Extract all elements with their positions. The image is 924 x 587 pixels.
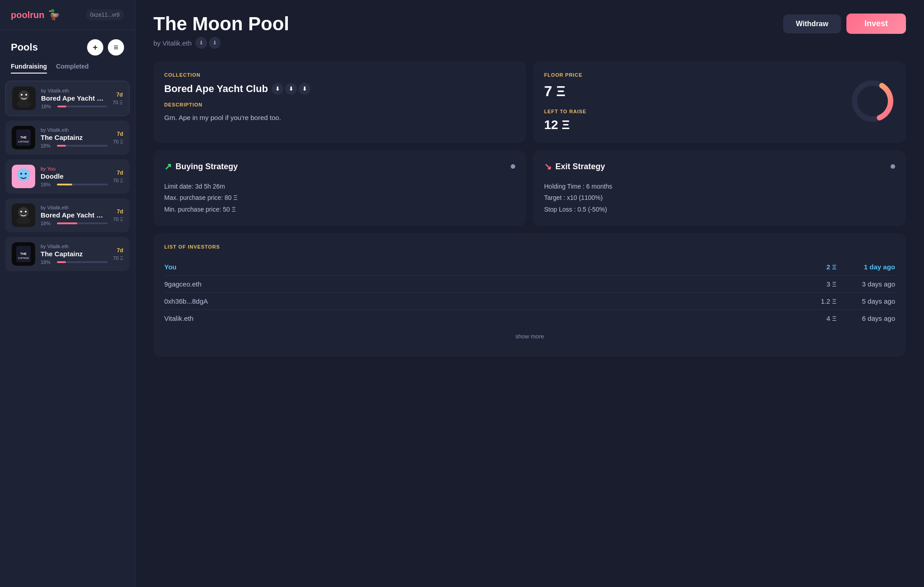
pool-percent: 18% xyxy=(41,259,53,265)
collection-icon-2: ⬇ xyxy=(285,83,297,95)
sidebar: poolrun 🦆 0xze11...vr9 Pools + ≡ Fundrai… xyxy=(0,0,135,587)
svg-point-17 xyxy=(25,211,27,213)
pool-icon-1: ⬇ xyxy=(195,37,207,49)
exit-holding-time: Holding Time : 6 months xyxy=(544,181,895,192)
pool-name: Bored Ape Yacht Club xyxy=(41,211,108,219)
pool-percent: 18% xyxy=(41,143,53,148)
pool-avatar xyxy=(12,165,35,188)
progress-bar xyxy=(57,261,108,263)
pool-name: The Captainz xyxy=(41,134,108,141)
collection-card: COLLECTION Bored Ape Yacht Club ⬇ ⬇ ⬇ DE… xyxy=(153,61,526,143)
buying-strategy-title: ↗ Buying Strategy xyxy=(164,161,515,172)
pool-by-name: by Vitalik.eth xyxy=(41,88,69,93)
svg-point-3 xyxy=(21,94,23,96)
investor-name: Vitalik.eth xyxy=(164,314,782,322)
floor-price-label: FLOOR PRICE xyxy=(544,72,895,78)
pool-days: 7d xyxy=(117,131,123,137)
exit-strategy-title: ↘ Exit Strategy xyxy=(544,161,895,172)
pool-by: by Vitalik.eth xyxy=(41,88,107,93)
pool-by: by Vitalik.eth xyxy=(41,127,108,133)
collection-label: COLLECTION xyxy=(164,72,515,78)
exit-arrow-icon: ↘ xyxy=(544,161,552,172)
investor-amount: 2 Ξ xyxy=(782,263,836,271)
pool-info: by Vitalik.eth The Captainz 18% xyxy=(41,244,108,265)
exit-stop-loss: Stop Loss : 0.5 (-50%) xyxy=(544,204,895,215)
exit-strategy-card: ↘ Exit Strategy Holding Time : 6 months … xyxy=(533,150,906,226)
pool-progress-row: 18% xyxy=(41,182,108,187)
pool-name: Doodle xyxy=(41,172,108,180)
investors-card: LIST OF INVESTORS You 2 Ξ 1 day ago 9gag… xyxy=(153,233,906,357)
withdraw-button[interactable]: Withdraw xyxy=(783,14,841,33)
progress-fill xyxy=(57,145,66,147)
investor-row: Vitalik.eth 4 Ξ 6 days ago xyxy=(164,310,895,327)
pool-meta: 7d 70 Ξ xyxy=(113,170,123,183)
investor-amount: 1.2 Ξ xyxy=(782,297,836,305)
svg-point-2 xyxy=(17,100,31,107)
progress-fill xyxy=(57,261,66,263)
pool-days: 7d xyxy=(116,92,123,98)
investors-list: You 2 Ξ 1 day ago 9gagceo.eth 3 Ξ 3 days… xyxy=(164,259,895,327)
investor-amount: 3 Ξ xyxy=(782,280,836,288)
pool-meta: 7d 70 Ξ xyxy=(113,92,123,105)
pool-avatar: THECAPTAINZ xyxy=(12,242,35,266)
svg-point-10 xyxy=(17,168,30,181)
pool-item[interactable]: by Vitalik.eth Bored Ape Yacht Club 18% … xyxy=(5,198,129,232)
progress-fill xyxy=(57,184,72,185)
pool-by-name: by Vitalik.eth xyxy=(41,205,69,210)
investor-time: 3 days ago xyxy=(836,280,895,288)
pool-percent: 18% xyxy=(41,104,54,109)
svg-text:CAPTAINZ: CAPTAINZ xyxy=(18,257,29,259)
tab-fundraising[interactable]: Fundraising xyxy=(11,63,47,74)
pool-item[interactable]: by You Doodle 18% 7d 70 Ξ xyxy=(5,159,129,194)
svg-point-1 xyxy=(18,90,29,101)
pool-item[interactable]: THECAPTAINZ by Vitalik.eth The Captainz … xyxy=(5,237,129,271)
wallet-address: 0xze11...vr9 xyxy=(86,9,124,20)
pool-info: by Vitalik.eth Bored Ape Yacht Club 18% xyxy=(41,205,108,226)
buying-min-price: Min. purchase price: 50 Ξ xyxy=(164,204,515,215)
pool-item[interactable]: by Vitalik.eth Bored Ape Yacht Club 18% … xyxy=(5,81,129,116)
pool-title-section: The Moon Pool by Vitalik.eth ⬇ ⬇ xyxy=(153,14,289,49)
collection-icon-3: ⬇ xyxy=(299,83,310,95)
pool-list: by Vitalik.eth Bored Ape Yacht Club 18% … xyxy=(0,81,135,587)
tab-completed[interactable]: Completed xyxy=(56,63,88,74)
pool-amount: 70 Ξ xyxy=(113,255,123,261)
add-pool-button[interactable]: + xyxy=(87,39,103,55)
pool-avatar xyxy=(12,87,36,110)
main-header: The Moon Pool by Vitalik.eth ⬇ ⬇ Withdra… xyxy=(153,14,906,49)
pool-days: 7d xyxy=(117,247,123,254)
show-more-button[interactable]: show more xyxy=(164,327,895,346)
investor-name: You xyxy=(164,263,782,271)
pool-progress-row: 18% xyxy=(41,104,107,109)
svg-text:CAPTAINZ: CAPTAINZ xyxy=(18,140,29,143)
floor-price-value: 7 Ξ xyxy=(544,83,587,100)
main-content: The Moon Pool by Vitalik.eth ⬇ ⬇ Withdra… xyxy=(135,0,924,587)
progress-fill xyxy=(57,222,77,224)
pool-by-you: by You xyxy=(41,166,55,171)
pool-by-text: by Vitalik.eth xyxy=(153,39,192,47)
pool-main-title: The Moon Pool xyxy=(153,14,289,34)
pool-progress-row: 18% xyxy=(41,259,108,265)
pool-amount: 70 Ξ xyxy=(113,217,123,222)
svg-text:THE: THE xyxy=(20,136,27,139)
pool-by: by You xyxy=(41,166,108,171)
pool-info: by Vitalik.eth Bored Ape Yacht Club 18% xyxy=(41,88,107,109)
pool-item[interactable]: THECAPTAINZ by Vitalik.eth The Captainz … xyxy=(5,120,129,155)
donut-chart xyxy=(850,79,895,124)
buying-strategy-card: ↗ Buying Strategy Limit date: 3d 5h 26m … xyxy=(153,150,526,226)
investors-label: LIST OF INVESTORS xyxy=(164,244,895,250)
investor-amount: 4 Ξ xyxy=(782,314,836,322)
pools-section: Pools + ≡ Fundraising Completed xyxy=(0,30,135,81)
svg-point-11 xyxy=(20,173,22,175)
pool-by-name: by Vitalik.eth xyxy=(41,244,69,249)
header-buttons: Withdraw Invest xyxy=(783,14,906,34)
filter-button[interactable]: ≡ xyxy=(108,39,124,55)
svg-point-14 xyxy=(18,207,29,218)
pool-progress-row: 18% xyxy=(41,221,108,226)
collection-icon-1: ⬇ xyxy=(272,83,283,95)
pool-days: 7d xyxy=(117,208,123,215)
pool-icon-2: ⬇ xyxy=(209,37,221,49)
exit-strategy-dot xyxy=(891,164,895,169)
invest-button[interactable]: Invest xyxy=(846,14,906,34)
progress-bar xyxy=(57,222,108,224)
svg-point-12 xyxy=(25,173,27,175)
